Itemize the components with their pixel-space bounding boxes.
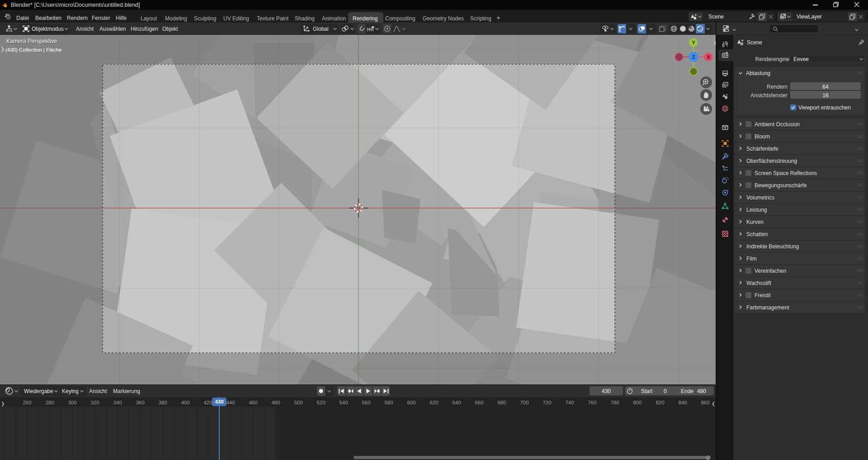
svg-text:X: X [707,54,710,60]
svg-text:Z: Z [692,54,695,60]
svg-text:Kamera Perspektive: Kamera Perspektive [6,38,57,44]
svg-text:Y: Y [692,40,695,45]
svg-text:(430) Collection | Fläche: (430) Collection | Fläche [5,47,61,52]
svg-text:❯: ❯ [0,46,5,52]
